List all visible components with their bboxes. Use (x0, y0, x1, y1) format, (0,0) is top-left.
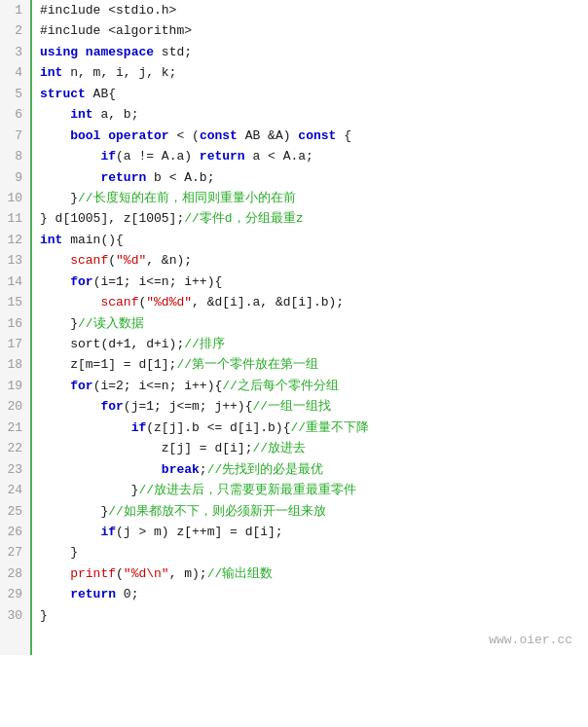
line-number: 13 (0, 250, 31, 271)
code-token: operator (108, 128, 168, 143)
line-number: 9 (0, 167, 31, 188)
line-number: 4 (0, 62, 31, 83)
line-number: 5 (0, 84, 31, 104)
code-token: AB &A) (238, 128, 298, 143)
table-row: 30} (0, 605, 588, 626)
code-token: //重量不下降 (290, 420, 369, 435)
code-token: //输出组数 (207, 566, 274, 581)
line-code: if(z[j].b <= d[i].b){//重量不下降 (31, 418, 588, 438)
code-token: printf (70, 566, 116, 581)
code-token: a < A.a; (245, 149, 313, 164)
line-code: }//读入数据 (31, 313, 588, 334)
code-token: //零件d，分组最重z (184, 211, 303, 226)
code-token (40, 253, 70, 268)
table-row: 17 sort(d+1, d+i);//排序 (0, 334, 588, 354)
code-token: AB{ (86, 87, 116, 101)
code-token: std; (154, 45, 192, 59)
line-number: 26 (0, 522, 31, 542)
table-row: 14 for(i=1; i<=n; i++){ (0, 272, 588, 292)
line-code: }//放进去后，只需要更新最重最重零件 (31, 480, 588, 500)
table-row: 8 if(a != A.a) return a < A.a; (0, 146, 588, 166)
line-number: 15 (0, 292, 31, 312)
table-row: 6 int a, b; (0, 104, 588, 125)
code-token (40, 149, 100, 164)
line-number: 6 (0, 104, 31, 125)
line-code: #include <algorithm> (31, 20, 588, 41)
code-token (40, 420, 131, 435)
code-token: for (70, 274, 92, 289)
code-token: "%d" (116, 253, 146, 268)
code-token: } (40, 608, 48, 623)
line-code: int n, m, i, j, k; (31, 62, 588, 83)
code-token: //之后每个零件分组 (222, 379, 339, 393)
code-token: (i=2; i<=n; i++){ (93, 379, 223, 393)
code-token: } (40, 191, 78, 205)
code-token: struct (40, 87, 86, 101)
line-code: sort(d+1, d+i);//排序 (31, 334, 588, 354)
table-row: 25 }//如果都放不下，则必须新开一组来放 (0, 501, 588, 522)
code-token: (z[j].b <= d[i].b){ (146, 420, 290, 435)
code-token: //一组一组找 (252, 399, 331, 414)
table-row: 5struct AB{ (0, 84, 588, 104)
line-code: }//如果都放不下，则必须新开一组来放 (31, 501, 588, 522)
code-token: return (70, 587, 116, 601)
line-number: 30 (0, 605, 31, 626)
code-token: } (40, 483, 138, 497)
table-row: 2#include <algorithm> (0, 20, 588, 41)
code-editor: 1#include <stdio.h>2#include <algorithm>… (0, 0, 588, 727)
table-row: 16 }//读入数据 (0, 313, 588, 334)
line-number: 19 (0, 376, 31, 396)
line-code: } (31, 542, 588, 563)
code-token: //排序 (184, 337, 225, 351)
code-token: bool (70, 128, 100, 143)
code-token: ( (116, 566, 124, 581)
table-row: 10 }//长度短的在前，相同则重量小的在前 (0, 188, 588, 208)
line-number: 24 (0, 480, 31, 500)
code-token: int (40, 65, 62, 80)
table-row: 19 for(i=2; i<=n; i++){//之后每个零件分组 (0, 376, 588, 396)
code-token: } (40, 504, 108, 519)
line-number: 22 (0, 438, 31, 458)
code-token: //如果都放不下，则必须新开一组来放 (108, 504, 326, 519)
code-token: return (100, 170, 146, 185)
table-row: 18 z[m=1] = d[1];//第一个零件放在第一组 (0, 354, 588, 375)
code-token (40, 107, 70, 122)
code-token (40, 566, 70, 581)
code-token (40, 399, 100, 414)
line-number: 8 (0, 146, 31, 166)
code-token: main(){ (62, 233, 123, 247)
code-token: for (100, 399, 123, 414)
code-token: return (200, 149, 245, 164)
table-row: 9 return b < A.b; (0, 167, 588, 188)
code-token: using (40, 45, 78, 59)
line-code: z[j] = d[i];//放进去 (31, 438, 588, 458)
line-code: for(i=2; i<=n; i++){//之后每个零件分组 (31, 376, 588, 396)
code-token (40, 379, 70, 393)
line-number: 29 (0, 584, 31, 604)
code-token: scanf (100, 295, 138, 309)
code-token: z[j] = d[i]; (40, 441, 252, 455)
code-token: int (70, 107, 92, 122)
code-token: if (100, 525, 116, 539)
code-token: const (298, 128, 336, 143)
code-token: (i=1; i<=n; i++){ (93, 274, 223, 289)
line-number: 18 (0, 354, 31, 375)
code-token: sort(d+1, d+i); (40, 337, 184, 351)
line-code: }//长度短的在前，相同则重量小的在前 (31, 188, 588, 208)
code-token: } (40, 316, 78, 331)
table-row: 24 }//放进去后，只需要更新最重最重零件 (0, 480, 588, 500)
line-code: for(i=1; i<=n; i++){ (31, 272, 588, 292)
table-row: 26 if(j > m) z[++m] = d[i]; (0, 522, 588, 542)
code-token: 0; (116, 587, 138, 601)
line-code: struct AB{ (31, 84, 588, 104)
line-code: int a, b; (31, 104, 588, 125)
code-token: (a != A.a) (116, 149, 200, 164)
line-code: #include <stdio.h> (31, 0, 588, 20)
line-number: 1 (0, 0, 31, 20)
table-row: 11} d[1005], z[1005];//零件d，分组最重z (0, 208, 588, 229)
line-number: 20 (0, 396, 31, 417)
code-token (40, 128, 70, 143)
table-row: 4int n, m, i, j, k; (0, 62, 588, 83)
code-token: } (40, 545, 78, 560)
table-row: 1#include <stdio.h> (0, 0, 588, 20)
